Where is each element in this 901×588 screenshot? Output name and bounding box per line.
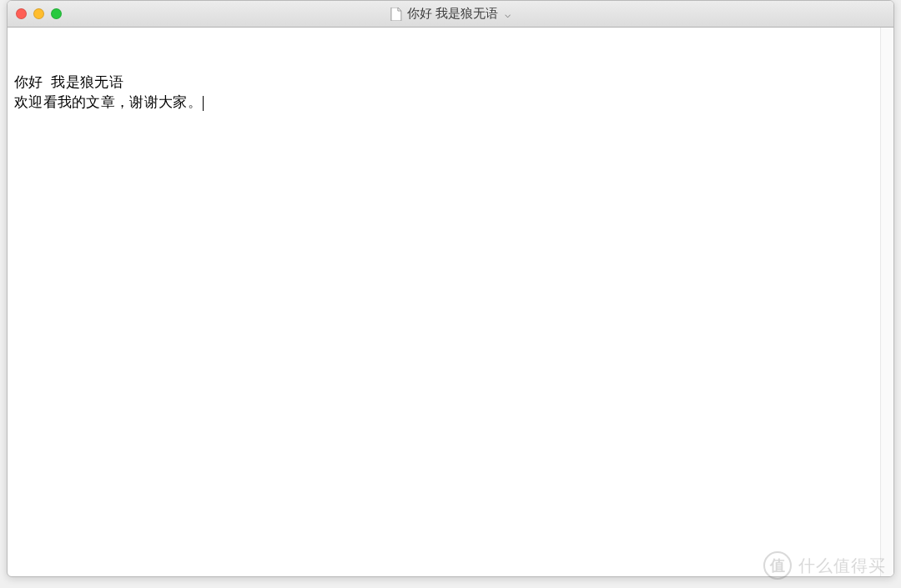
vertical-scrollbar[interactable] <box>880 28 893 576</box>
document-icon <box>390 8 402 21</box>
text-line-1: 你好 我是狼无语 <box>14 73 873 93</box>
window-title: 你好 我是狼无语 <box>407 6 498 22</box>
title-group[interactable]: 你好 我是狼无语 ⌵ <box>390 6 511 22</box>
minimize-button[interactable] <box>33 8 44 19</box>
text-cursor <box>203 96 204 111</box>
window-titlebar[interactable]: 你好 我是狼无语 ⌵ <box>8 1 893 28</box>
text-line-2: 欢迎看我的文章，谢谢大家。 <box>14 93 873 113</box>
zoom-button[interactable] <box>51 8 62 19</box>
window-controls <box>8 8 62 19</box>
close-button[interactable] <box>16 8 27 19</box>
chevron-down-icon[interactable]: ⌵ <box>505 8 511 20</box>
editor-area: 你好 我是狼无语欢迎看我的文章，谢谢大家。 <box>8 28 893 576</box>
text-editor-window: 你好 我是狼无语 ⌵ 你好 我是狼无语欢迎看我的文章，谢谢大家。 <box>7 0 894 577</box>
text-editor-content[interactable]: 你好 我是狼无语欢迎看我的文章，谢谢大家。 <box>8 28 880 576</box>
